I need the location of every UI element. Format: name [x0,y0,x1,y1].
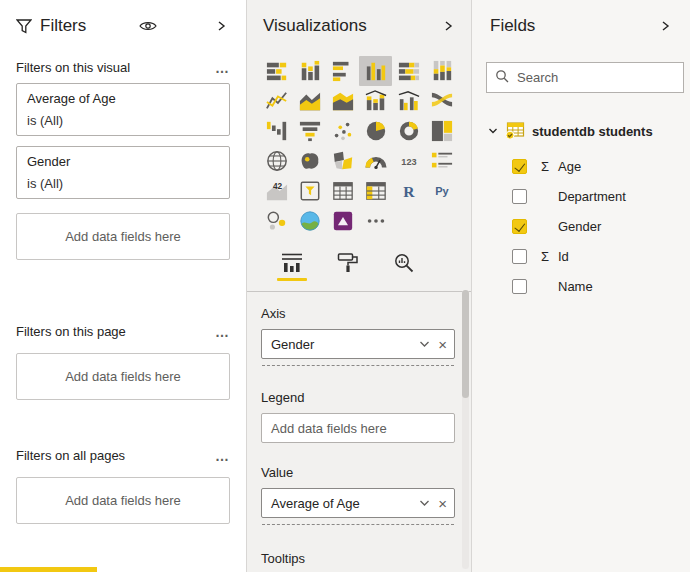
active-tab-underline [389,278,419,281]
viz-type-stacked-bar-chart-icon[interactable] [260,56,293,86]
viz-type-100-stacked-column-chart-icon[interactable] [425,56,458,86]
viz-type-map-icon[interactable] [260,146,293,176]
viz-type-stacked-area-chart-icon[interactable] [326,86,359,116]
viz-type-stacked-column-chart-icon[interactable] [293,56,326,86]
collapse-fields-pane-chevron-icon[interactable] [654,15,676,37]
viz-type-slicer-icon[interactable] [293,176,326,206]
legend-well-label: Legend [261,390,455,405]
search-icon [495,69,509,86]
field-row-name[interactable]: Name [472,271,690,301]
add-data-fields-dropzone-all-pages[interactable]: Add data fields here [16,477,230,524]
filter-card-gender[interactable]: Gender is (All) [16,146,230,199]
viz-type-filled-map-icon[interactable] [293,146,326,176]
viz-type-ribbon-chart-icon[interactable] [425,86,458,116]
fields-tab[interactable] [277,252,307,281]
filter-funnel-icon [16,19,32,34]
more-options-icon[interactable]: … [215,327,230,337]
filters-pane: Filters Filters on this visual … Average… [0,0,247,572]
field-wells: Axis Gender × Legend Add data fields her… [247,306,471,566]
table-row-studentdb-students[interactable]: studentdb students [472,117,690,145]
field-checkbox[interactable] [512,159,527,174]
filters-pane-header: Filters [0,0,246,44]
format-tab[interactable] [333,252,363,281]
field-label: Gender [558,219,601,234]
legend-well-dropzone[interactable]: Add data fields here [261,413,455,443]
scrollbar-thumb[interactable] [462,290,469,398]
filters-on-this-visual-header: Filters on this visual … [0,60,246,75]
field-row-age[interactable]: ΣAge [472,151,690,181]
collapse-filters-pane-chevron-icon[interactable] [210,15,232,37]
svg-text:R: R [403,183,415,200]
viz-type-line-and-stacked-column-chart-icon[interactable] [359,86,392,116]
more-options-icon[interactable]: … [215,63,230,73]
filters-on-all-pages-label: Filters on all pages [16,448,125,463]
search-input[interactable] [517,70,675,85]
viz-type-line-chart-icon[interactable] [260,86,293,116]
analytics-tab[interactable] [389,252,419,281]
field-dropdown-chevron-icon[interactable] [419,340,430,348]
viz-type-card-icon[interactable]: 123 [392,146,425,176]
field-row-id[interactable]: ΣId [472,241,690,271]
viz-type-100-stacked-bar-chart-icon[interactable] [392,56,425,86]
viz-pane-tabs [247,236,471,292]
eye-icon[interactable] [137,15,159,37]
svg-text:123: 123 [401,157,416,167]
filter-card-average-of-age[interactable]: Average of Age is (All) [16,83,230,136]
viz-type-power-apps-icon[interactable] [326,206,359,236]
viz-type-table-icon[interactable] [326,176,359,206]
viz-type-treemap-icon[interactable] [425,116,458,146]
viz-type-pie-chart-icon[interactable] [359,116,392,146]
viz-type-python-visual-icon[interactable]: Py [425,176,458,206]
filters-on-this-page-label: Filters on this page [16,324,126,339]
field-checkbox[interactable] [512,189,527,204]
viz-type-gauge-icon[interactable] [359,146,392,176]
filter-field-name: Gender [27,154,219,169]
more-options-icon[interactable]: … [215,451,230,461]
tooltips-well-label: Tooltips [261,551,455,566]
viz-type-matrix-icon[interactable] [359,176,392,206]
viz-pane-scrollbar[interactable] [462,290,469,569]
viz-type-more-visuals-icon[interactable] [359,206,392,236]
viz-type-r-script-visual-icon[interactable]: R [392,176,425,206]
viz-type-shape-map-icon[interactable] [326,146,359,176]
field-row-gender[interactable]: Gender [472,211,690,241]
viz-type-kpi-icon[interactable]: 42 [260,176,293,206]
field-row-department[interactable]: Department [472,181,690,211]
viz-type-scatter-chart-icon[interactable] [326,116,359,146]
well-drop-indicator [262,518,454,525]
add-data-fields-dropzone-page[interactable]: Add data fields here [16,353,230,400]
collapse-visualizations-pane-chevron-icon[interactable] [437,15,459,37]
visualizations-pane-title: Visualizations [263,14,367,38]
axis-well-field-gender[interactable]: Gender × [261,329,455,359]
fields-pane-title: Fields [490,14,535,38]
field-checkbox[interactable] [512,279,527,294]
viz-type-donut-chart-icon[interactable] [392,116,425,146]
viz-type-multi-row-card-icon[interactable] [425,146,458,176]
filters-on-this-visual-label: Filters on this visual [16,60,130,75]
field-checkbox[interactable] [512,249,527,264]
svg-text:Py: Py [435,185,449,197]
fields-list: ΣAgeDepartmentGenderΣIdName [472,151,690,301]
sigma-icon: Σ [532,249,558,264]
field-checkbox[interactable] [512,219,527,234]
remove-field-icon[interactable]: × [438,496,447,511]
table-icon [505,122,525,140]
well-field-name: Average of Age [271,496,413,511]
viz-type-clustered-bar-chart-icon[interactable] [326,56,359,86]
viz-type-line-and-clustered-column-chart-icon[interactable] [392,86,425,116]
field-dropdown-chevron-icon[interactable] [419,499,430,507]
field-label: Department [558,189,626,204]
viz-type-waterfall-chart-icon[interactable] [260,116,293,146]
chevron-down-icon[interactable] [487,125,501,137]
field-label: Id [558,249,569,264]
add-data-fields-dropzone-visual[interactable]: Add data fields here [16,213,230,260]
viz-type-funnel-chart-icon[interactable] [293,116,326,146]
filter-condition: is (All) [27,113,219,128]
viz-type-area-chart-icon[interactable] [293,86,326,116]
viz-type-clustered-column-chart-icon[interactable] [359,56,392,86]
viz-type-key-influencers-icon[interactable] [260,206,293,236]
value-well-field-average-of-age[interactable]: Average of Age × [261,488,455,518]
viz-gallery: 12342RPy [260,56,460,236]
viz-type-arcgis-maps-icon[interactable] [293,206,326,236]
remove-field-icon[interactable]: × [438,337,447,352]
